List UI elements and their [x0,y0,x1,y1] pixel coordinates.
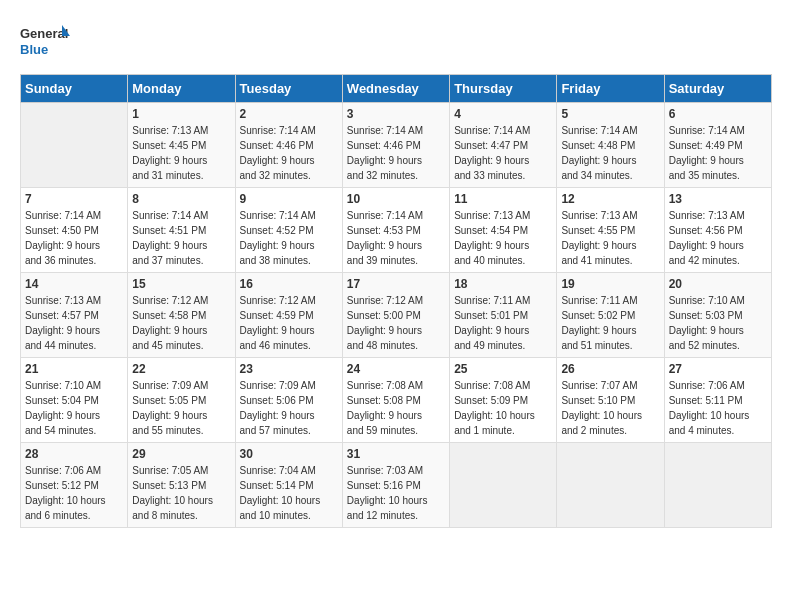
day-number: 7 [25,192,123,206]
calendar-week-5: 28Sunrise: 7:06 AM Sunset: 5:12 PM Dayli… [21,443,772,528]
day-number: 2 [240,107,338,121]
logo-svg: General Blue [20,20,70,60]
day-number: 1 [132,107,230,121]
day-number: 10 [347,192,445,206]
logo: General Blue [20,20,72,64]
day-number: 6 [669,107,767,121]
day-number: 9 [240,192,338,206]
day-info: Sunrise: 7:14 AM Sunset: 4:53 PM Dayligh… [347,208,445,268]
calendar-cell: 10Sunrise: 7:14 AM Sunset: 4:53 PM Dayli… [342,188,449,273]
calendar-header: SundayMondayTuesdayWednesdayThursdayFrid… [21,75,772,103]
day-number: 11 [454,192,552,206]
day-number: 20 [669,277,767,291]
day-info: Sunrise: 7:10 AM Sunset: 5:04 PM Dayligh… [25,378,123,438]
day-info: Sunrise: 7:10 AM Sunset: 5:03 PM Dayligh… [669,293,767,353]
header-cell-friday: Friday [557,75,664,103]
header-cell-tuesday: Tuesday [235,75,342,103]
day-info: Sunrise: 7:14 AM Sunset: 4:49 PM Dayligh… [669,123,767,183]
calendar-cell: 21Sunrise: 7:10 AM Sunset: 5:04 PM Dayli… [21,358,128,443]
day-number: 21 [25,362,123,376]
day-number: 17 [347,277,445,291]
day-number: 5 [561,107,659,121]
calendar-cell: 5Sunrise: 7:14 AM Sunset: 4:48 PM Daylig… [557,103,664,188]
calendar-cell: 25Sunrise: 7:08 AM Sunset: 5:09 PM Dayli… [450,358,557,443]
calendar-cell: 6Sunrise: 7:14 AM Sunset: 4:49 PM Daylig… [664,103,771,188]
svg-text:General: General [20,26,68,41]
day-info: Sunrise: 7:09 AM Sunset: 5:06 PM Dayligh… [240,378,338,438]
day-info: Sunrise: 7:08 AM Sunset: 5:08 PM Dayligh… [347,378,445,438]
calendar-cell [557,443,664,528]
calendar-cell: 17Sunrise: 7:12 AM Sunset: 5:00 PM Dayli… [342,273,449,358]
day-number: 24 [347,362,445,376]
day-info: Sunrise: 7:12 AM Sunset: 4:59 PM Dayligh… [240,293,338,353]
day-number: 25 [454,362,552,376]
day-number: 4 [454,107,552,121]
day-info: Sunrise: 7:13 AM Sunset: 4:57 PM Dayligh… [25,293,123,353]
day-info: Sunrise: 7:14 AM Sunset: 4:46 PM Dayligh… [240,123,338,183]
logo-graphic: General Blue [20,20,70,64]
calendar-table: SundayMondayTuesdayWednesdayThursdayFrid… [20,74,772,528]
svg-text:Blue: Blue [20,42,48,57]
header-row: SundayMondayTuesdayWednesdayThursdayFrid… [21,75,772,103]
calendar-cell: 11Sunrise: 7:13 AM Sunset: 4:54 PM Dayli… [450,188,557,273]
day-number: 14 [25,277,123,291]
calendar-cell: 18Sunrise: 7:11 AM Sunset: 5:01 PM Dayli… [450,273,557,358]
day-info: Sunrise: 7:13 AM Sunset: 4:56 PM Dayligh… [669,208,767,268]
day-number: 27 [669,362,767,376]
calendar-cell [21,103,128,188]
calendar-cell: 3Sunrise: 7:14 AM Sunset: 4:46 PM Daylig… [342,103,449,188]
header-cell-thursday: Thursday [450,75,557,103]
calendar-cell: 26Sunrise: 7:07 AM Sunset: 5:10 PM Dayli… [557,358,664,443]
calendar-cell: 29Sunrise: 7:05 AM Sunset: 5:13 PM Dayli… [128,443,235,528]
day-number: 26 [561,362,659,376]
day-number: 19 [561,277,659,291]
calendar-cell: 20Sunrise: 7:10 AM Sunset: 5:03 PM Dayli… [664,273,771,358]
calendar-cell: 19Sunrise: 7:11 AM Sunset: 5:02 PM Dayli… [557,273,664,358]
calendar-cell: 8Sunrise: 7:14 AM Sunset: 4:51 PM Daylig… [128,188,235,273]
day-info: Sunrise: 7:14 AM Sunset: 4:48 PM Dayligh… [561,123,659,183]
day-info: Sunrise: 7:04 AM Sunset: 5:14 PM Dayligh… [240,463,338,523]
day-number: 23 [240,362,338,376]
calendar-cell: 15Sunrise: 7:12 AM Sunset: 4:58 PM Dayli… [128,273,235,358]
calendar-cell [450,443,557,528]
day-info: Sunrise: 7:11 AM Sunset: 5:01 PM Dayligh… [454,293,552,353]
calendar-cell: 22Sunrise: 7:09 AM Sunset: 5:05 PM Dayli… [128,358,235,443]
calendar-cell: 12Sunrise: 7:13 AM Sunset: 4:55 PM Dayli… [557,188,664,273]
calendar-body: 1Sunrise: 7:13 AM Sunset: 4:45 PM Daylig… [21,103,772,528]
day-info: Sunrise: 7:14 AM Sunset: 4:50 PM Dayligh… [25,208,123,268]
header-cell-saturday: Saturday [664,75,771,103]
header-cell-monday: Monday [128,75,235,103]
calendar-cell: 7Sunrise: 7:14 AM Sunset: 4:50 PM Daylig… [21,188,128,273]
day-info: Sunrise: 7:13 AM Sunset: 4:55 PM Dayligh… [561,208,659,268]
calendar-cell: 27Sunrise: 7:06 AM Sunset: 5:11 PM Dayli… [664,358,771,443]
day-info: Sunrise: 7:06 AM Sunset: 5:12 PM Dayligh… [25,463,123,523]
calendar-cell: 28Sunrise: 7:06 AM Sunset: 5:12 PM Dayli… [21,443,128,528]
calendar-cell: 23Sunrise: 7:09 AM Sunset: 5:06 PM Dayli… [235,358,342,443]
logo-container: General Blue [20,20,72,64]
day-info: Sunrise: 7:09 AM Sunset: 5:05 PM Dayligh… [132,378,230,438]
day-info: Sunrise: 7:14 AM Sunset: 4:47 PM Dayligh… [454,123,552,183]
day-number: 12 [561,192,659,206]
day-info: Sunrise: 7:14 AM Sunset: 4:46 PM Dayligh… [347,123,445,183]
day-info: Sunrise: 7:12 AM Sunset: 4:58 PM Dayligh… [132,293,230,353]
page-header: General Blue [20,20,772,64]
calendar-cell: 1Sunrise: 7:13 AM Sunset: 4:45 PM Daylig… [128,103,235,188]
day-number: 31 [347,447,445,461]
calendar-cell: 30Sunrise: 7:04 AM Sunset: 5:14 PM Dayli… [235,443,342,528]
day-info: Sunrise: 7:14 AM Sunset: 4:51 PM Dayligh… [132,208,230,268]
calendar-cell: 24Sunrise: 7:08 AM Sunset: 5:08 PM Dayli… [342,358,449,443]
day-info: Sunrise: 7:03 AM Sunset: 5:16 PM Dayligh… [347,463,445,523]
calendar-cell: 16Sunrise: 7:12 AM Sunset: 4:59 PM Dayli… [235,273,342,358]
calendar-week-2: 7Sunrise: 7:14 AM Sunset: 4:50 PM Daylig… [21,188,772,273]
calendar-cell: 4Sunrise: 7:14 AM Sunset: 4:47 PM Daylig… [450,103,557,188]
day-info: Sunrise: 7:08 AM Sunset: 5:09 PM Dayligh… [454,378,552,438]
day-number: 3 [347,107,445,121]
day-info: Sunrise: 7:13 AM Sunset: 4:45 PM Dayligh… [132,123,230,183]
day-number: 15 [132,277,230,291]
day-number: 16 [240,277,338,291]
calendar-cell: 14Sunrise: 7:13 AM Sunset: 4:57 PM Dayli… [21,273,128,358]
day-number: 29 [132,447,230,461]
day-number: 18 [454,277,552,291]
day-info: Sunrise: 7:07 AM Sunset: 5:10 PM Dayligh… [561,378,659,438]
header-cell-wednesday: Wednesday [342,75,449,103]
